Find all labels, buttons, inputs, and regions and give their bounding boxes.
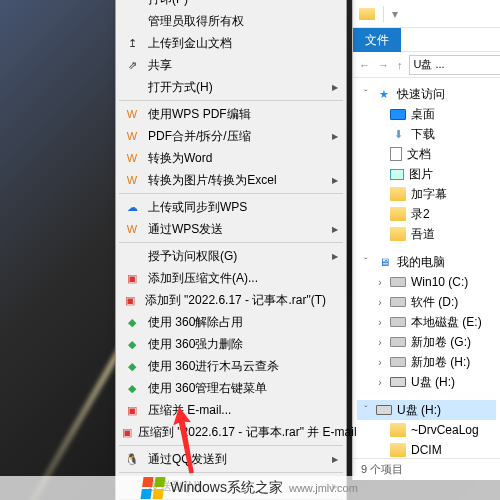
star-icon: ★ bbox=[376, 87, 392, 101]
menu-item[interactable]: ◆使用 360进行木马云查杀 bbox=[118, 355, 344, 377]
menu-item[interactable]: ▣压缩并 E-mail... bbox=[118, 399, 344, 421]
drive-d-label: 软件 (D:) bbox=[411, 294, 458, 311]
drive-h1-label: 新加卷 (H:) bbox=[411, 354, 470, 371]
nav-fwd-icon[interactable]: → bbox=[376, 59, 391, 71]
menu-item[interactable]: 打印(P) bbox=[118, 0, 344, 10]
folder-icon bbox=[390, 227, 406, 241]
menu-item[interactable]: ▣添加到 "2022.6.17 - 记事本.rar"(T) bbox=[118, 289, 344, 311]
menu-separator bbox=[119, 193, 343, 194]
menu-item-icon bbox=[122, 79, 142, 95]
menu-item[interactable]: 授予访问权限(G) bbox=[118, 245, 344, 267]
usb-root-node[interactable]: ˇ U盘 (H:) bbox=[357, 400, 496, 420]
quick-access-label: 快速访问 bbox=[397, 86, 445, 103]
menu-item-icon: ◆ bbox=[122, 336, 142, 352]
menu-item[interactable]: 管理员取得所有权 bbox=[118, 10, 344, 32]
menu-item-icon: W bbox=[122, 150, 142, 166]
qa-desktop[interactable]: 桌面 bbox=[357, 104, 496, 124]
menu-item-icon bbox=[122, 248, 142, 264]
menu-item-label: 使用WPS PDF编辑 bbox=[148, 106, 251, 123]
menu-item[interactable]: ▣添加到压缩文件(A)... bbox=[118, 267, 344, 289]
menu-item-icon bbox=[122, 0, 142, 7]
menu-item-icon: ☁ bbox=[122, 199, 142, 215]
status-text: 9 个项目 bbox=[361, 462, 403, 477]
watermark-bar: Windows系统之家 www.jmlv.com bbox=[0, 476, 500, 500]
this-pc-node[interactable]: ˇ 🖥 我的电脑 bbox=[357, 252, 496, 272]
usb-drvcealog[interactable]: ~DrvCeaLog bbox=[357, 420, 496, 440]
menu-item[interactable]: ◆使用 360强力删除 bbox=[118, 333, 344, 355]
quick-access-node[interactable]: ˇ ★ 快速访问 bbox=[357, 84, 496, 104]
menu-separator bbox=[119, 445, 343, 446]
file-explorer-window: ▾ 文件 ← → ↑ ˇ ★ 快速访问 桌面 ⬇下载 文档 图片 加字幕 录2 … bbox=[352, 0, 500, 480]
menu-item[interactable]: 打开方式(H) bbox=[118, 76, 344, 98]
qa-pictures-label: 图片 bbox=[409, 166, 433, 183]
ribbon-tabs: 文件 bbox=[353, 28, 500, 52]
this-pc-label: 我的电脑 bbox=[397, 254, 445, 271]
menu-item-label: 授予访问权限(G) bbox=[148, 248, 237, 265]
annotation-arrow bbox=[170, 400, 200, 480]
usb-dcim[interactable]: DCIM bbox=[357, 440, 496, 458]
menu-item-icon: ▣ bbox=[122, 292, 139, 308]
menu-item-icon: W bbox=[122, 106, 142, 122]
menu-item-label: 转换为Word bbox=[148, 150, 212, 167]
usb-icon bbox=[376, 405, 392, 415]
menu-item[interactable]: W转换为图片/转换为Excel bbox=[118, 169, 344, 191]
address-bar: ← → ↑ bbox=[353, 52, 500, 78]
qa-downloads[interactable]: ⬇下载 bbox=[357, 124, 496, 144]
menu-item[interactable]: ▣压缩到 "2022.6.17 - 记事本.rar" 并 E-mail bbox=[118, 421, 344, 443]
address-input[interactable] bbox=[409, 55, 501, 75]
drive-d[interactable]: ›软件 (D:) bbox=[357, 292, 496, 312]
drive-h2[interactable]: ›U盘 (H:) bbox=[357, 372, 496, 392]
menu-item-icon: ▣ bbox=[122, 424, 132, 440]
qa-subtitles[interactable]: 加字幕 bbox=[357, 184, 496, 204]
drive-g[interactable]: ›新加卷 (G:) bbox=[357, 332, 496, 352]
drive-h1[interactable]: ›新加卷 (H:) bbox=[357, 352, 496, 372]
menu-item-icon: W bbox=[122, 221, 142, 237]
ribbon-rest bbox=[401, 28, 500, 52]
titlebar: ▾ bbox=[353, 0, 500, 28]
menu-item[interactable]: 🐧通过QQ发送到 bbox=[118, 448, 344, 470]
chevron-down-icon: ˇ bbox=[361, 89, 371, 100]
titlebar-overflow: ▾ bbox=[392, 7, 398, 21]
menu-item-label: PDF合并/拆分/压缩 bbox=[148, 128, 251, 145]
qa-desktop-label: 桌面 bbox=[411, 106, 435, 123]
windows-logo-icon bbox=[141, 477, 166, 499]
qa-documents[interactable]: 文档 bbox=[357, 144, 496, 164]
menu-item[interactable]: ⇗共享 bbox=[118, 54, 344, 76]
usb-dcim-label: DCIM bbox=[411, 443, 442, 457]
menu-item-label: 使用 360解除占用 bbox=[148, 314, 243, 331]
menu-item-label: 共享 bbox=[148, 57, 172, 74]
usb-icon bbox=[390, 377, 406, 387]
menu-item-icon: ◆ bbox=[122, 358, 142, 374]
menu-item[interactable]: WPDF合并/拆分/压缩 bbox=[118, 125, 344, 147]
download-icon: ⬇ bbox=[390, 127, 406, 141]
usb-root-label: U盘 (H:) bbox=[397, 402, 441, 419]
qa-rec2[interactable]: 录2 bbox=[357, 204, 496, 224]
nav-back-icon[interactable]: ← bbox=[357, 59, 372, 71]
drive-e[interactable]: ›本地磁盘 (E:) bbox=[357, 312, 496, 332]
menu-item-label: 使用 360进行木马云查杀 bbox=[148, 358, 279, 375]
menu-item[interactable]: W转换为Word bbox=[118, 147, 344, 169]
menu-item-label: 上传到金山文档 bbox=[148, 35, 232, 52]
folder-icon bbox=[390, 187, 406, 201]
menu-item[interactable]: W使用WPS PDF编辑 bbox=[118, 103, 344, 125]
drive-icon bbox=[390, 317, 406, 327]
menu-item[interactable]: ◆使用 360管理右键菜单 bbox=[118, 377, 344, 399]
menu-item[interactable]: W通过WPS发送 bbox=[118, 218, 344, 240]
qa-subtitles-label: 加字幕 bbox=[411, 186, 447, 203]
menu-item[interactable]: ◆使用 360解除占用 bbox=[118, 311, 344, 333]
menu-item[interactable]: ☁上传或同步到WPS bbox=[118, 196, 344, 218]
drive-c[interactable]: ›Win10 (C:) bbox=[357, 272, 496, 292]
qa-wudao[interactable]: 吾道 bbox=[357, 224, 496, 244]
drive-g-label: 新加卷 (G:) bbox=[411, 334, 471, 351]
chevron-down-icon: ˇ bbox=[361, 405, 371, 416]
folder-icon bbox=[390, 443, 406, 457]
menu-item-icon: ▣ bbox=[122, 402, 142, 418]
nav-up-icon[interactable]: ↑ bbox=[395, 59, 405, 71]
drive-icon bbox=[390, 277, 406, 287]
qa-pictures[interactable]: 图片 bbox=[357, 164, 496, 184]
picture-icon bbox=[390, 169, 404, 180]
menu-item-label: 打印(P) bbox=[148, 0, 188, 8]
file-tab[interactable]: 文件 bbox=[353, 28, 401, 52]
menu-item[interactable]: ↥上传到金山文档 bbox=[118, 32, 344, 54]
document-icon bbox=[390, 147, 402, 161]
